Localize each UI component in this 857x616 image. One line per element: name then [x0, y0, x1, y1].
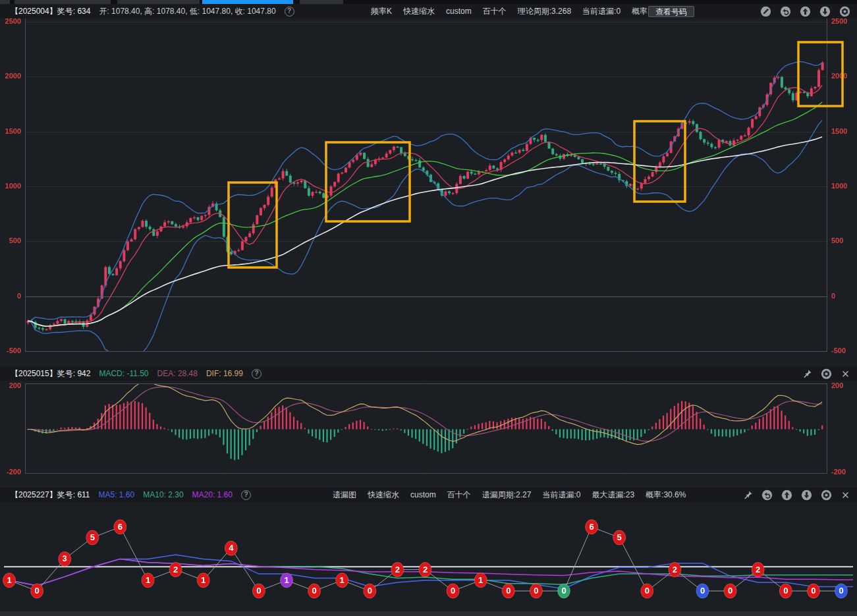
menu-item-0[interactable]: 频率K	[371, 4, 392, 18]
menu-item-5[interactable]: 当前遗漏:0	[582, 4, 621, 18]
menu-item-5[interactable]: 当前遗漏:0	[542, 488, 580, 502]
stat-1: DEA: 28.48	[157, 366, 198, 381]
menu-item-3[interactable]: 百十个	[483, 4, 507, 18]
gear-icon[interactable]	[839, 6, 850, 17]
stat-2: DIF: 16.99	[206, 366, 243, 381]
macd-panel-title: 【2025015】奖号: 942	[11, 366, 90, 381]
menu-item-3[interactable]: 百十个	[447, 488, 471, 502]
main-candlestick-chart-canvas[interactable]	[0, 18, 857, 366]
main-panel-header: 【2025004】奖号: 634 开: 1078.40, 高: 1078.40,…	[0, 4, 857, 18]
menu-item-7[interactable]: 概率:30.6%	[646, 488, 686, 502]
macd-chart-canvas[interactable]	[0, 381, 857, 486]
horizontal-scrollbar-track[interactable]	[0, 611, 857, 616]
menu-item-2[interactable]: custom	[410, 488, 436, 502]
main-header-left: 【2025004】奖号: 634 开: 1078.40, 高: 1078.40,…	[11, 4, 294, 18]
gear-icon[interactable]	[821, 368, 832, 379]
arrow-up-icon[interactable]	[781, 490, 792, 501]
stat-1: MA10: 2.30	[143, 488, 183, 502]
gear-icon[interactable]	[821, 490, 832, 501]
arrow-up-icon[interactable]	[800, 6, 811, 17]
undo-icon[interactable]	[761, 490, 773, 501]
view-numbers-button[interactable]: 查看号码	[648, 6, 694, 17]
omission-panel-menu: 遗漏图快速缩水custom百十个遗漏周期:2.27当前遗漏:0最大遗漏:23概率…	[333, 488, 686, 502]
menu-item-1[interactable]: 快速缩水	[403, 4, 435, 18]
undo-icon[interactable]	[780, 6, 791, 17]
help-icon[interactable]: ?	[252, 369, 262, 379]
menu-item-1[interactable]: 快速缩水	[368, 488, 399, 502]
charting-app-window: 【2025004】奖号: 634 开: 1078.40, 高: 1078.40,…	[0, 0, 857, 616]
macd-panel-toolbar-icons	[802, 366, 850, 381]
main-panel-title: 【2025004】奖号: 634	[11, 4, 90, 18]
omission-header-left: 【2025227】奖号: 611 MA5: 1.60MA10: 2.30MA20…	[11, 488, 251, 502]
macd-stats: MACD: -11.50DEA: 28.48DIF: 16.99	[99, 366, 243, 381]
stat-2: MA20: 1.60	[192, 488, 233, 502]
help-icon[interactable]: ?	[285, 7, 294, 16]
stat-0: MA5: 1.60	[99, 488, 135, 502]
omission-panel-toolbar-icons	[743, 488, 850, 502]
arrow-down-icon[interactable]	[819, 6, 831, 17]
omission-stats: MA5: 1.60MA10: 2.30MA20: 1.60	[99, 488, 233, 502]
close-icon[interactable]	[841, 490, 850, 500]
close-icon[interactable]	[841, 369, 850, 379]
macd-panel-header: 【2025015】奖号: 942 MACD: -11.50DEA: 28.48D…	[0, 366, 857, 381]
macd-header-left: 【2025015】奖号: 942 MACD: -11.50DEA: 28.48D…	[11, 366, 262, 381]
omission-panel-header: 【2025227】奖号: 611 MA5: 1.60MA10: 2.30MA20…	[0, 488, 857, 502]
menu-item-4[interactable]: 遗漏周期:2.27	[482, 488, 532, 502]
omission-panel-title: 【2025227】奖号: 611	[11, 488, 90, 502]
omission-chart-canvas[interactable]	[0, 502, 857, 611]
help-icon[interactable]: ?	[241, 490, 251, 500]
main-panel-menu: 频率K快速缩水custom百十个理论周期:3.268当前遗漏:0概率:30.6%	[371, 4, 672, 18]
stat-0: MACD: -11.50	[99, 366, 148, 381]
menu-item-4[interactable]: 理论周期:3.268	[518, 4, 571, 18]
main-panel-toolbar-icons	[760, 4, 850, 18]
menu-item-6[interactable]: 最大遗漏:23	[592, 488, 634, 502]
pin-icon[interactable]	[743, 490, 753, 500]
pencil-icon[interactable]	[760, 6, 771, 17]
menu-item-2[interactable]: custom	[446, 4, 472, 18]
menu-item-0[interactable]: 遗漏图	[333, 488, 356, 502]
pin-icon[interactable]	[802, 369, 812, 379]
arrow-down-icon[interactable]	[801, 490, 812, 501]
main-panel-ohlc: 开: 1078.40, 高: 1078.40, 低: 1047.80, 收: 1…	[99, 4, 275, 18]
